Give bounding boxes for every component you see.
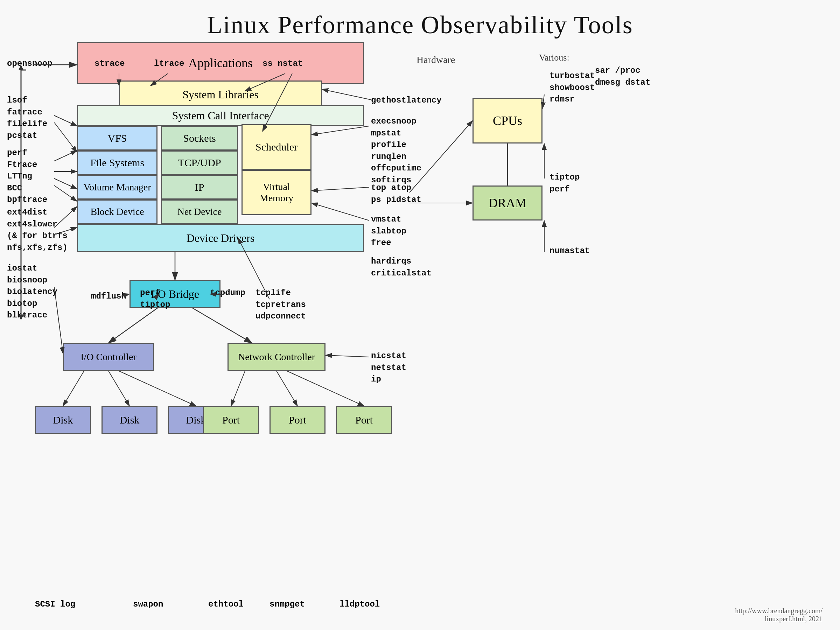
svg-line-34: [109, 371, 129, 406]
scsi-log-label: SCSI log: [35, 600, 75, 609]
ltrace-label: ltrace: [154, 58, 184, 69]
sockets-layer: Sockets: [161, 126, 238, 150]
tcp-udp-layer: TCP/UDP: [161, 150, 238, 175]
svg-line-39: [325, 355, 369, 357]
svg-line-11: [54, 185, 77, 201]
sar-label: sar /proc dmesg dstat: [595, 65, 650, 88]
port-1: Port: [203, 406, 259, 434]
svg-line-36: [231, 371, 245, 406]
opensnoop-label: opensnoop: [7, 58, 52, 69]
credit-label: http://www.brendangregg.com/ linuxperf.h…: [735, 607, 823, 623]
svg-line-35: [119, 371, 196, 406]
swapon-label: swapon: [133, 600, 163, 609]
svg-line-18: [543, 95, 544, 109]
block-device-layer: Block Device: [77, 199, 158, 224]
snmpget-label: snmpget: [270, 600, 305, 609]
numastat-label: numastat: [549, 245, 590, 257]
gethostlatency-label: gethostlatency: [371, 95, 442, 106]
strace-label: strace: [95, 58, 125, 69]
hardirqs-label: hardirqs criticalstat: [371, 256, 431, 279]
top-atop-label: top atop ps pidstat: [371, 182, 422, 205]
ext4dist-label: ext4dist ext4slower (& for btrfs nfs,xfs…: [7, 207, 68, 253]
system-libraries-layer: System Libraries: [119, 81, 322, 109]
virtual-memory-layer: Virtual Memory: [242, 170, 311, 215]
tcplife-label: tcplife tcpretrans udpconnect: [256, 287, 306, 322]
ss-nstat-label: ss nstat: [262, 58, 303, 69]
ip-layer: IP: [161, 175, 238, 199]
svg-line-20: [311, 203, 369, 221]
svg-line-7: [54, 115, 77, 126]
perf-ftrace-label: perf Ftrace LTTng BCC bpftrace: [7, 147, 47, 206]
file-systems-layer: File Systems: [77, 150, 158, 175]
network-controller-layer: Network Controller: [227, 343, 325, 371]
tcpdump-label: tcpdump: [210, 287, 245, 299]
svg-line-17: [311, 126, 369, 135]
system-call-layer: System Call Interface: [77, 105, 364, 126]
cpus-box: CPUs: [472, 98, 543, 144]
execsnoop-label: execsnoop mpstat profile runqlen offcput…: [371, 115, 422, 186]
volume-manager-layer: Volume Manager: [77, 175, 158, 199]
svg-line-16: [322, 89, 371, 100]
perf-tiptop-label: perf tiptop: [140, 287, 170, 311]
mdflush-label: mdflush: [91, 291, 126, 302]
page-title: Linux Performance Observability Tools: [0, 0, 840, 39]
various-section-label: Various:: [539, 52, 570, 63]
svg-line-33: [63, 371, 84, 406]
disk-2: Disk: [101, 406, 158, 434]
vmstat-label: vmstat slabtop free: [371, 213, 406, 249]
hw-section-label: Hardware: [417, 54, 455, 65]
device-drivers-layer: Device Drivers: [77, 224, 364, 252]
iostat-label: iostat biosnoop biolatency biotop blktra…: [7, 262, 57, 321]
turbostat-label: turbostat showboost rdmsr: [549, 70, 595, 105]
svg-line-37: [276, 371, 297, 406]
net-device-layer: Net Device: [161, 199, 238, 224]
lsof-fatrace-label: lsof fatrace filelife pcstat: [7, 95, 47, 141]
svg-line-19: [311, 187, 369, 191]
port-2: Port: [270, 406, 325, 434]
tiptop-perf-label: tiptop perf: [549, 172, 579, 195]
io-controller-layer: I/O Controller: [63, 343, 154, 371]
svg-line-31: [109, 308, 158, 343]
vfs-layer: VFS: [77, 126, 158, 150]
svg-line-10: [54, 178, 77, 189]
svg-line-38: [287, 371, 364, 406]
svg-line-32: [193, 308, 252, 343]
scheduler-layer: Scheduler: [242, 124, 311, 170]
nicstat-label: nicstat netstat ip: [371, 350, 406, 385]
lldptool-label: lldptool: [339, 600, 380, 609]
disk-1: Disk: [35, 406, 91, 434]
ethtool-label: ethtool: [208, 600, 243, 609]
svg-line-12: [54, 150, 77, 161]
port-3: Port: [336, 406, 392, 434]
dram-box: DRAM: [472, 185, 543, 221]
svg-line-8: [54, 123, 77, 152]
